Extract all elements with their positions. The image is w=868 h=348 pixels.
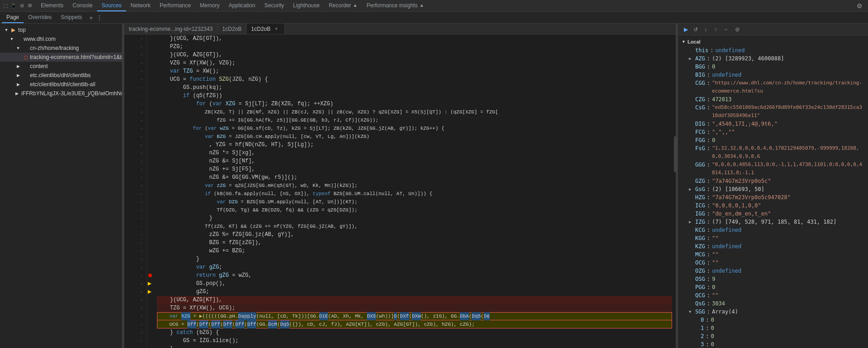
var-gsg[interactable]: ▶ GsG : (2) [106693, 50]	[678, 185, 868, 193]
devtools-settings-icon[interactable]: ⚙	[853, 2, 866, 10]
var-name: GZG	[695, 177, 705, 185]
sources-tab-snippets[interactable]: Snippets	[56, 12, 87, 23]
tree-item-clientlib-all[interactable]: ▶ etc/clientlibs/dhl/clientlib-all	[0, 80, 122, 89]
tree-item-clientlibs[interactable]: ▶ etc.clientlibs/dhl/clientlibs	[0, 71, 122, 80]
debug-resume-btn[interactable]: ▶	[682, 25, 690, 34]
var-value: 9	[712, 275, 715, 283]
bp	[147, 255, 153, 263]
var-sgg[interactable]: ▼ SGG : Array(4)	[678, 308, 868, 316]
ln: -	[126, 206, 143, 214]
ln: -	[126, 181, 143, 190]
var-czg: CZG : 472813	[678, 95, 868, 103]
tab-memory[interactable]: Memory	[195, 0, 224, 11]
var-izg[interactable]: ▶ IZG : (7) [749, 528, 971, 185, 81, 431…	[678, 218, 868, 226]
var-azg[interactable]: ▶ AZG : (2) [3289923, 4600888]	[678, 54, 868, 63]
var-colon: :	[706, 340, 709, 348]
file-tab-1cd2ob-2[interactable]: 1cD2oB ×	[247, 24, 285, 34]
tree-label-top: top	[18, 27, 26, 33]
var-colon: :	[707, 79, 710, 87]
tree-label-file: tracking-ecommerce.html?submit=1&trac	[30, 54, 122, 60]
tree-label-content: content	[30, 63, 48, 69]
tree-item-dhl[interactable]: ▼ www.dhl.com	[0, 34, 122, 44]
tab-security[interactable]: Security	[260, 0, 288, 11]
bp-breakpoint[interactable]	[147, 271, 153, 279]
tab-elements[interactable]: Elements	[36, 0, 68, 11]
editor-panel: tracking-ecomme...ing-id=1232343 1cD2oB …	[124, 24, 676, 348]
var-colon: :	[707, 275, 710, 283]
code-line: var zZG = qZG[JZG[GG.mH(q5(GT), wD, Kk, …	[157, 181, 672, 190]
sources-tab-page[interactable]: Page	[2, 12, 24, 23]
debug-step-over-btn[interactable]: ↺	[692, 25, 700, 34]
code-line: BZG = fZG[zZG]),	[157, 239, 672, 247]
var-name: BIG	[695, 71, 705, 79]
tab-sources[interactable]: Sources	[97, 0, 126, 11]
pause-icon[interactable]: ⊘	[18, 2, 25, 10]
debug-step-btn[interactable]: →	[722, 25, 730, 34]
ln: -	[126, 214, 143, 222]
local-section-header[interactable]: ▼ Local	[678, 37, 868, 46]
bp	[147, 222, 153, 230]
sources-tab-overrides[interactable]: Overrides	[24, 12, 56, 23]
section-arrow: ▼	[682, 39, 686, 44]
code-line: VZG = Xf(XW(), VZG);	[157, 59, 672, 67]
bp	[147, 149, 153, 157]
bp	[147, 116, 153, 124]
code-container[interactable]: - - - - - - - - - - - - - - - - - - - -	[124, 34, 676, 348]
var-name: OSG	[695, 275, 705, 283]
var-sgg-3: 3 : 0	[678, 340, 868, 348]
line-numbers: - - - - - - - - - - - - - - - - - - - -	[124, 34, 147, 348]
code-line: return gZG = wZG,	[157, 271, 672, 279]
debug-deactivate-btn[interactable]: ⊘	[733, 25, 741, 34]
var-colon: :	[707, 259, 710, 267]
tree-item-content[interactable]: ▶ content	[0, 62, 122, 71]
var-colon: :	[707, 234, 710, 242]
sources-more-icon[interactable]: »	[88, 14, 95, 21]
tab-recorder[interactable]: Recorder ▲	[324, 0, 362, 11]
var-colon: :	[707, 120, 710, 128]
inspect-icon[interactable]: ⬚	[2, 2, 9, 10]
var-colon: :	[707, 299, 710, 308]
file-tab-1cd2ob-1[interactable]: 1cD2oB	[218, 24, 247, 34]
tab-performance[interactable]: Performance	[155, 0, 195, 11]
var-value: undefined	[715, 46, 745, 54]
bp-current: ▶	[147, 279, 153, 288]
tab-lighthouse[interactable]: Lighthouse	[288, 0, 324, 11]
var-colon: :	[706, 316, 709, 324]
tab-performance-insights[interactable]: Performance insights ▲	[362, 0, 429, 11]
tree-item-iffrb[interactable]: ▶ iFFRbYNL/qjJX-3L/e3UE6_j/QB/wiOmhNcDp	[0, 89, 122, 98]
var-name: KGG	[695, 234, 705, 242]
var-colon: :	[707, 185, 710, 193]
tree-item-top[interactable]: ▼ ▶ top	[0, 25, 122, 34]
ln: -	[126, 230, 143, 239]
code-line: if (q5(fZG))	[157, 92, 672, 100]
ln: -	[126, 51, 143, 59]
var-colon: :	[707, 267, 710, 275]
device-icon[interactable]: 📱	[10, 2, 17, 10]
tab-network[interactable]: Network	[126, 0, 155, 11]
tree-item-tracking-folder[interactable]: ▼ cn-zh/home/tracking	[0, 44, 122, 53]
var-value: 0	[711, 340, 714, 348]
file-tree: ▼ ▶ top ▼ www.dhl.com ▼ cn-zh/home/track…	[0, 24, 122, 348]
tab-console[interactable]: Console	[68, 0, 97, 11]
debug-step-out-btn[interactable]: ↑	[712, 25, 720, 34]
scrollbar-thumb[interactable]	[674, 136, 676, 172]
debug-step-into-btn[interactable]: ↓	[702, 25, 710, 34]
var-name: FGG	[695, 136, 705, 144]
var-colon: :	[707, 218, 710, 226]
file-tab-close[interactable]: ×	[273, 26, 280, 32]
settings-small-icon[interactable]: ⚙	[26, 2, 34, 10]
code-line: Tf(DZG, Tg) && ZB(DZG, fq) && (zZG = qZG…	[157, 206, 672, 214]
ln: -	[126, 345, 143, 348]
var-colon: :	[707, 308, 710, 316]
var-hzg: HZG : "7a74G7m23Vrp0o5c947028"	[678, 193, 868, 201]
ln: -	[126, 92, 143, 100]
section-label: Local	[688, 39, 701, 44]
sources-menu-icon[interactable]: ⋮	[96, 14, 103, 21]
tab-application[interactable]: Application	[224, 0, 260, 11]
tree-item-tracking-file[interactable]: ◻ tracking-ecommerce.html?submit=1&trac	[0, 53, 122, 62]
code-line: nZG += Sj[F5],	[157, 165, 672, 173]
var-colon: :	[707, 63, 710, 71]
arrow-icon: ▼	[9, 36, 15, 42]
file-tab-tracking[interactable]: tracking-ecomme...ing-id=1232343	[124, 24, 218, 34]
bp	[147, 239, 153, 247]
